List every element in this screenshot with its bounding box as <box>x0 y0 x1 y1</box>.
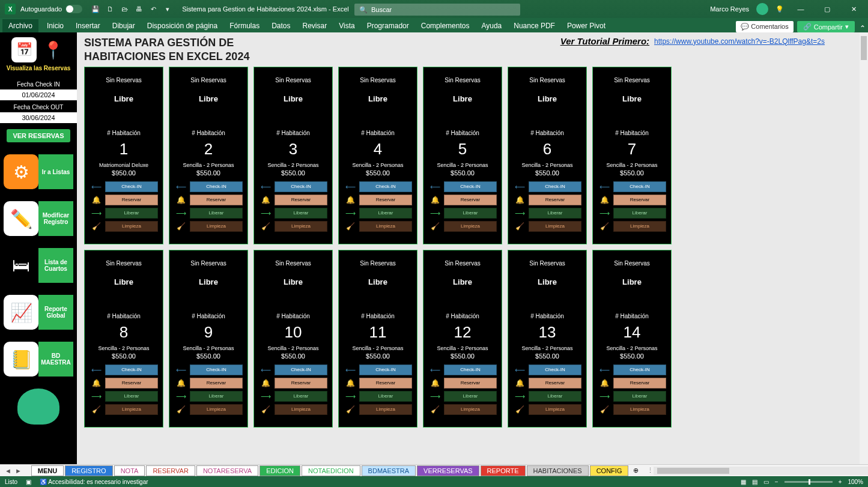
close-button[interactable]: ✕ <box>842 0 866 18</box>
liberar-button[interactable]: Liberar <box>613 391 666 402</box>
ribbon-tab-complementos[interactable]: Complementos <box>415 19 476 32</box>
sheet-tab-menu[interactable]: MENU <box>31 465 64 476</box>
pin-icon[interactable]: 📍 <box>40 37 65 62</box>
limpieza-button[interactable]: Limpieza <box>359 404 412 415</box>
checkin-button[interactable]: Check-IN <box>275 181 327 192</box>
liberar-button[interactable]: Liberar <box>444 391 497 402</box>
zoom-slider[interactable] <box>785 481 833 483</box>
liberar-button[interactable]: Liberar <box>613 208 666 219</box>
limpieza-button[interactable]: Limpieza <box>613 221 666 232</box>
sheet-tab-notaedicion[interactable]: NOTAEDICION <box>302 465 360 476</box>
view-layout-icon[interactable]: ▤ <box>752 479 757 485</box>
sheet-tab-verreservas[interactable]: VERRESERVAS <box>417 465 479 476</box>
ribbon-tab-archivo[interactable]: Archivo <box>2 19 38 32</box>
reservar-button[interactable]: Reservar <box>613 195 666 205</box>
checkin-button[interactable]: Check-IN <box>275 364 327 375</box>
checkin-button[interactable]: Check-IN <box>444 181 497 192</box>
reservar-button[interactable]: Reservar <box>190 195 243 205</box>
view-normal-icon[interactable]: ▦ <box>741 479 746 485</box>
sheet-tab-edicion[interactable]: EDICION <box>259 465 300 476</box>
limpieza-button[interactable]: Limpieza <box>444 221 497 232</box>
modificar-registro-button[interactable]: ✏️ Modificar Registro <box>4 201 73 236</box>
limpieza-button[interactable]: Limpieza <box>529 404 581 415</box>
sheet-menu-icon[interactable]: ⋮ <box>647 467 654 474</box>
autosave-toggle[interactable] <box>65 5 82 13</box>
horizontal-scrollbar[interactable] <box>654 467 868 475</box>
add-sheet-button[interactable]: ⊕ <box>633 467 639 474</box>
sheet-tab-bdmaestra[interactable]: BDMAESTRA <box>362 465 416 476</box>
checkin-value[interactable]: 01/06/2024 <box>0 89 77 100</box>
checkin-button[interactable]: Check-IN <box>529 364 581 375</box>
sheet-tab-reservar[interactable]: RESERVAR <box>146 465 195 476</box>
ribbon-tab-vista[interactable]: Vista <box>333 19 360 32</box>
checkin-button[interactable]: Check-IN <box>359 181 412 192</box>
vertical-scrollbar[interactable] <box>860 32 868 464</box>
ribbon-tab-nuance-pdf[interactable]: Nuance PDF <box>508 19 561 32</box>
limpieza-button[interactable]: Limpieza <box>190 404 243 415</box>
sheet-next-icon[interactable]: ► <box>15 467 22 474</box>
liberar-button[interactable]: Liberar <box>529 208 581 219</box>
checkin-button[interactable]: Check-IN <box>190 364 243 375</box>
limpieza-button[interactable]: Limpieza <box>359 221 412 232</box>
calendar-icon[interactable]: 📅 <box>11 37 37 62</box>
checkout-value[interactable]: 30/06/2024 <box>0 112 77 123</box>
sheet-prev-icon[interactable]: ◄ <box>5 467 11 474</box>
more-icon[interactable]: ▾ <box>163 4 172 14</box>
minimize-button[interactable]: — <box>789 0 813 18</box>
reservar-button[interactable]: Reservar <box>359 195 412 205</box>
checkin-button[interactable]: Check-IN <box>529 181 581 192</box>
liberar-button[interactable]: Liberar <box>190 391 243 402</box>
sheet-tab-config[interactable]: CONFIG <box>590 465 629 476</box>
reservar-button[interactable]: Reservar <box>529 378 581 389</box>
checkin-button[interactable]: Check-IN <box>613 181 666 192</box>
ribbon-tab-dibujar[interactable]: Dibujar <box>106 19 141 32</box>
ribbon-tab-inicio[interactable]: Inicio <box>41 19 70 32</box>
limpieza-button[interactable]: Limpieza <box>275 221 327 232</box>
limpieza-button[interactable]: Limpieza <box>105 404 158 415</box>
reservar-button[interactable]: Reservar <box>444 195 497 205</box>
undo-icon[interactable]: ↶ <box>148 4 158 14</box>
limpieza-button[interactable]: Limpieza <box>613 404 666 415</box>
liberar-button[interactable]: Liberar <box>105 208 158 219</box>
liberar-button[interactable]: Liberar <box>275 391 327 402</box>
ribbon-tab-programador[interactable]: Programador <box>361 19 415 32</box>
new-icon[interactable]: 🗋 <box>105 4 115 14</box>
ribbon-tab-disposición-de-página[interactable]: Disposición de página <box>141 19 223 32</box>
zoom-value[interactable]: 100% <box>848 479 863 485</box>
macro-icon[interactable]: ▣ <box>26 479 31 485</box>
liberar-button[interactable]: Liberar <box>105 391 158 402</box>
print-icon[interactable]: 🖶 <box>134 4 144 14</box>
ribbon-tab-datos[interactable]: Datos <box>266 19 296 32</box>
search-input[interactable]: 🔍 Buscar <box>354 4 520 16</box>
comments-button[interactable]: 💬 Comentarios <box>736 21 793 32</box>
liberar-button[interactable]: Liberar <box>359 208 412 219</box>
view-break-icon[interactable]: ▭ <box>763 479 769 485</box>
liberar-button[interactable]: Liberar <box>275 208 327 219</box>
sheet-tab-habitaciones[interactable]: HABITACIONES <box>527 465 589 476</box>
ribbon-tab-fórmulas[interactable]: Fórmulas <box>223 19 266 32</box>
reservar-button[interactable]: Reservar <box>275 195 327 205</box>
reservar-button[interactable]: Reservar <box>613 378 666 389</box>
liberar-button[interactable]: Liberar <box>529 391 581 402</box>
save-icon[interactable]: 💾 <box>91 4 100 14</box>
open-icon[interactable]: 🗁 <box>120 4 129 14</box>
ribbon-tab-revisar[interactable]: Revisar <box>297 19 333 32</box>
checkin-button[interactable]: Check-IN <box>105 181 158 192</box>
checkin-button[interactable]: Check-IN <box>444 364 497 375</box>
sheet-tab-nota[interactable]: NOTA <box>114 465 145 476</box>
limpieza-button[interactable]: Limpieza <box>190 221 243 232</box>
idea-icon[interactable]: 💡 <box>775 5 784 13</box>
liberar-button[interactable]: Liberar <box>359 391 412 402</box>
reservar-button[interactable]: Reservar <box>190 378 243 389</box>
checkin-button[interactable]: Check-IN <box>613 364 666 375</box>
lista-cuartos-button[interactable]: 🛏 Lista de Cuartos <box>4 248 73 283</box>
liberar-button[interactable]: Liberar <box>190 208 243 219</box>
reservar-button[interactable]: Reservar <box>105 195 158 205</box>
reporte-global-button[interactable]: 📈 Reporte Global <box>4 295 73 330</box>
reservar-button[interactable]: Reservar <box>529 195 581 205</box>
liberar-button[interactable]: Liberar <box>444 208 497 219</box>
sheet-tab-reporte[interactable]: REPORTE <box>481 465 526 476</box>
limpieza-button[interactable]: Limpieza <box>529 221 581 232</box>
reservar-button[interactable]: Reservar <box>444 378 497 389</box>
ribbon-tab-ayuda[interactable]: Ayuda <box>475 19 508 32</box>
